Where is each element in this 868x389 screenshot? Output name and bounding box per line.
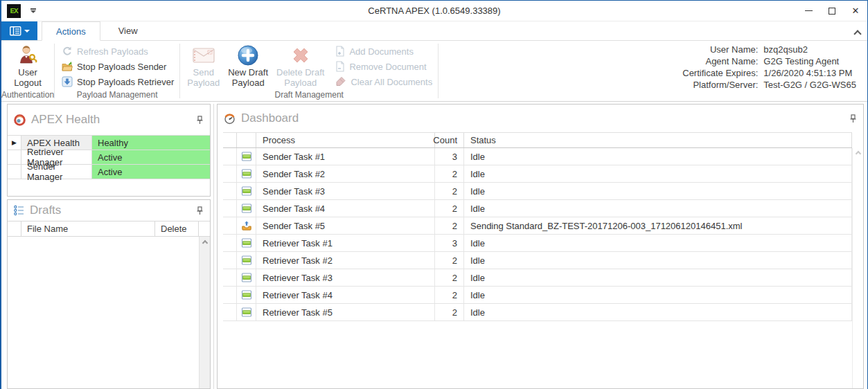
status-cell: Idle — [464, 304, 852, 320]
drafts-panel-header: Drafts — [8, 200, 210, 221]
delete-draft-payload-button[interactable]: Delete Draft Payload — [272, 41, 328, 90]
add-documents-button[interactable]: Add Documents — [335, 44, 432, 59]
ribbon-tab-row: Actions View — [1, 21, 867, 41]
drafts-indicator-column — [8, 221, 21, 236]
status-cell: Idle — [464, 165, 852, 182]
certificate-expires-value: 1/26/2020 4:51:13 PM — [763, 67, 852, 79]
count-cell: 2 — [435, 287, 464, 303]
refresh-icon — [62, 46, 73, 57]
platform-server-value: Test-G2G / G2G-WS65 — [763, 79, 856, 91]
status-cell: Sending Standard_BZ-TEST-20171206-003_17… — [464, 217, 852, 234]
dashboard-row[interactable]: Retriever Task #32Idle — [223, 269, 852, 287]
dashboard-table: Process Count Status Sender Task #13Idle… — [223, 132, 852, 321]
remove-document-label: Remove Document — [349, 62, 426, 72]
apex-health-title: APEX Health — [31, 113, 100, 127]
user-logout-label-line1: User — [18, 67, 37, 78]
dashboard-row[interactable]: Sender Task #13Idle — [223, 148, 852, 165]
status-cell: Idle — [464, 148, 852, 165]
stop-payloads-retriever-label: Stop Payloads Retriever — [77, 77, 174, 87]
dashboard-row[interactable]: Retriever Task #22Idle — [223, 252, 852, 269]
dashboard-row[interactable]: Retriever Task #13Idle — [223, 235, 852, 252]
clear-all-documents-button[interactable]: Clear All Documents — [335, 74, 432, 89]
new-draft-payload-button[interactable]: New Draft Payload — [224, 41, 272, 90]
dashboard-pin-button[interactable] — [849, 114, 857, 123]
scroll-up-icon — [855, 151, 860, 156]
process-cell: Sender Task #3 — [256, 183, 435, 199]
task-idle-icon — [237, 287, 256, 303]
count-cell: 2 — [435, 183, 464, 199]
session-info: User Name: bzq2qsub2 Agent Name: G2G Tes… — [653, 44, 856, 91]
remove-document-button[interactable]: Remove Document — [335, 59, 432, 74]
task-idle-icon — [237, 269, 256, 286]
dashboard-row[interactable]: Sender Task #22Idle — [223, 165, 852, 183]
drafts-column-file-name[interactable]: File Name — [21, 221, 155, 236]
collapse-ribbon-button[interactable] — [855, 27, 860, 39]
row-indicator-cell — [223, 200, 237, 217]
dashboard-column-process[interactable]: Process — [256, 133, 435, 147]
tab-actions[interactable]: Actions — [42, 21, 100, 41]
user-logout-button[interactable]: User Logout — [10, 41, 46, 90]
agent-name-value: G2G Testing Agent — [763, 55, 839, 67]
document-add-icon — [335, 46, 345, 57]
panel-splitter[interactable] — [211, 104, 217, 389]
delete-draft-payload-label-line1: Delete Draft — [276, 67, 324, 78]
count-cell: 3 — [435, 235, 464, 251]
status-cell: Idle — [464, 200, 852, 217]
count-cell: 2 — [435, 200, 464, 217]
dashboard-column-count[interactable]: Count — [435, 133, 464, 147]
send-payload-button[interactable]: Send Payload — [183, 41, 224, 90]
close-button[interactable]: ✕ — [844, 1, 867, 21]
drafts-column-delete[interactable]: Delete — [155, 221, 199, 236]
user-name-label: User Name: — [653, 44, 758, 55]
send-payload-label-line1: Send — [193, 67, 214, 78]
drafts-scrollbar[interactable] — [199, 237, 210, 388]
add-plus-icon — [237, 44, 259, 67]
drafts-pin-button[interactable] — [196, 206, 204, 215]
stop-payloads-retriever-button[interactable]: Stop Payloads Retriever — [62, 74, 174, 89]
stop-payloads-sender-button[interactable]: Stop Payloads Sender — [62, 59, 174, 74]
pin-icon — [196, 206, 204, 215]
task-idle-icon — [237, 235, 256, 251]
dashboard-row[interactable]: Retriever Task #42Idle — [223, 287, 852, 304]
refresh-payloads-button[interactable]: Refresh Payloads — [62, 44, 174, 59]
info-row-agent-name: Agent Name: G2G Testing Agent — [653, 55, 856, 67]
process-cell: Retriever Task #5 — [256, 304, 435, 320]
group-payload-management: Refresh Payloads Stop Payloads Sender — [55, 41, 179, 101]
dashboard-row[interactable]: Retriever Task #52Idle — [223, 304, 852, 321]
task-idle-icon — [237, 148, 256, 165]
dashboard-title: Dashboard — [241, 111, 299, 125]
close-icon: ✕ — [852, 6, 860, 15]
dashboard-scrollbar[interactable] — [852, 148, 863, 388]
application-menu-button[interactable] — [1, 21, 37, 40]
drafts-title: Drafts — [30, 203, 61, 217]
maximize-button[interactable] — [820, 1, 844, 21]
certificate-expires-label: Certificate Expires: — [653, 67, 758, 79]
process-cell: Sender Task #1 — [256, 148, 435, 165]
maximize-icon — [829, 8, 835, 15]
count-cell: 3 — [435, 148, 464, 165]
dashboard-row[interactable]: Sender Task #42Idle — [223, 200, 852, 217]
drafts-panel: Drafts File Name Delete — [7, 199, 211, 389]
health-row[interactable]: Sender ManagerActive — [8, 165, 210, 179]
minimize-icon — [805, 10, 813, 11]
dashboard-row[interactable]: Sender Task #52Sending Standard_BZ-TEST-… — [223, 217, 852, 235]
window-controls: ✕ — [797, 1, 867, 21]
row-indicator-cell — [223, 148, 237, 165]
health-item-status: Active — [92, 165, 210, 179]
health-item-name: Sender Manager — [21, 165, 92, 179]
dashboard-column-status[interactable]: Status — [464, 133, 852, 147]
minimize-button[interactable] — [797, 1, 820, 21]
window-title: CeRTNA APEX (1.0.6549.33389) — [1, 6, 867, 16]
group-label-draft-management: Draft Management — [180, 90, 438, 101]
scroll-up-icon — [202, 240, 207, 246]
tab-view[interactable]: View — [105, 21, 152, 40]
dashboard-row[interactable]: Sender Task #32Idle — [223, 183, 852, 200]
dashboard-panel-header: Dashboard — [218, 105, 863, 132]
arrow-down-icon — [62, 76, 73, 87]
drafts-list-icon — [14, 205, 24, 216]
quick-access-dropdown-icon[interactable] — [30, 8, 36, 13]
process-cell: Retriever Task #4 — [256, 287, 435, 303]
group-separator — [438, 44, 439, 98]
row-indicator-cell — [223, 165, 237, 182]
apex-health-pin-button[interactable] — [196, 116, 204, 125]
